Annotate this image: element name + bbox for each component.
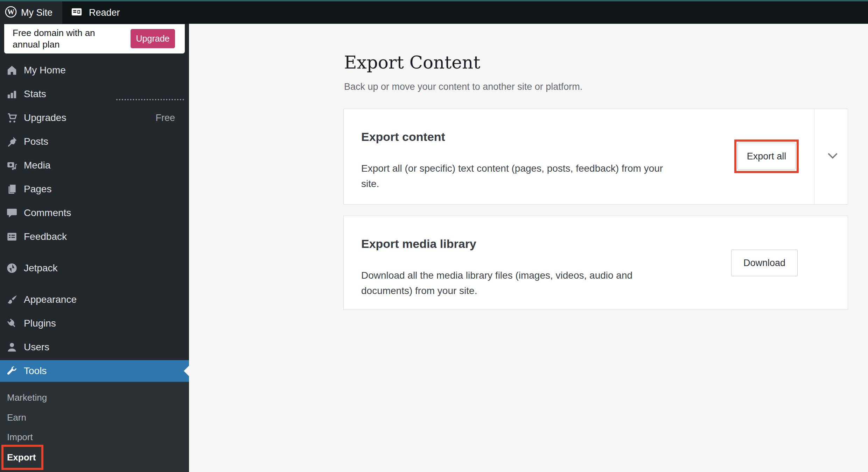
page-title: Export Content — [344, 52, 480, 73]
upgrade-button[interactable]: Upgrade — [131, 29, 175, 48]
feedback-icon — [6, 230, 18, 243]
submenu-item-marketing[interactable]: Marketing — [0, 388, 189, 407]
sidebar-item-appearance[interactable]: Appearance — [0, 288, 189, 312]
jetpack-icon — [6, 262, 18, 274]
home-icon — [6, 64, 18, 77]
comment-icon — [6, 207, 18, 219]
export-content-card-description: Export all (or specific) text content (p… — [361, 161, 666, 192]
export-media-card-description: Download all the media library files (im… — [361, 268, 666, 299]
export-content-card: Export content Export all (or specific) … — [343, 109, 848, 205]
submenu-item-earn[interactable]: Earn — [0, 408, 189, 427]
export-menu-annotation-box: Export — [1, 445, 43, 470]
my-site-tab[interactable]: W My Site — [0, 1, 62, 24]
sidebar-item-media[interactable]: Media — [0, 153, 189, 177]
wrench-icon — [6, 365, 18, 377]
upsell-banner-text: Free domain with an annual plan — [13, 27, 104, 50]
top-accent-strip — [0, 0, 868, 1]
sidebar-item-comments[interactable]: Comments — [0, 201, 189, 225]
submenu-item-import[interactable]: Import — [0, 427, 189, 447]
sidebar-item-jetpack[interactable]: Jetpack — [0, 256, 189, 280]
media-icon — [6, 159, 18, 172]
upgrades-plan-badge: Free — [155, 113, 175, 123]
export-all-button[interactable]: Export all — [737, 143, 796, 170]
card-divider — [814, 109, 814, 204]
content-area: Export Content Back up or move your cont… — [189, 24, 868, 472]
sidebar-item-tools[interactable]: Tools — [0, 360, 189, 382]
sidebar-item-pages[interactable]: Pages — [0, 177, 189, 201]
sidebar-item-plugins[interactable]: Plugins — [0, 312, 189, 335]
my-site-label: My Site — [21, 7, 52, 18]
sidebar-item-posts[interactable]: Posts — [0, 130, 189, 153]
sidebar: Free domain with an annual plan Upgrade … — [0, 24, 189, 472]
sidebar-item-feedback[interactable]: Feedback — [0, 225, 189, 249]
sidebar-item-users[interactable]: Users — [0, 335, 189, 359]
export-content-expander[interactable] — [817, 109, 848, 204]
pages-icon — [6, 183, 18, 195]
wordpress-logo-icon: W — [5, 6, 17, 19]
export-media-card-title: Export media library — [361, 237, 476, 251]
download-button[interactable]: Download — [731, 250, 798, 276]
submenu-item-export[interactable]: Export — [4, 452, 36, 463]
cart-icon — [6, 112, 18, 124]
upsell-banner: Free domain with an annual plan Upgrade — [4, 24, 185, 53]
admin-bar: W My Site Reader — [0, 0, 868, 24]
reader-tab[interactable]: Reader — [62, 1, 120, 24]
plug-icon — [6, 317, 18, 330]
reader-icon — [70, 6, 83, 19]
active-menu-arrow — [184, 366, 189, 376]
user-icon — [6, 341, 18, 353]
page-subtitle: Back up or move your content to another … — [344, 81, 582, 92]
stats-dotted-separator — [116, 99, 184, 100]
svg-text:W: W — [7, 8, 14, 16]
chevron-down-icon — [827, 152, 838, 161]
sidebar-item-upgrades[interactable]: Upgrades Free — [0, 106, 189, 130]
export-media-card: Export media library Download all the me… — [343, 216, 848, 310]
reader-label: Reader — [89, 7, 120, 18]
brush-icon — [6, 293, 18, 306]
sidebar-item-my-home[interactable]: My Home — [0, 58, 189, 82]
export-content-card-title: Export content — [361, 130, 445, 144]
stats-icon — [6, 88, 18, 100]
pushpin-icon — [6, 135, 18, 148]
sidebar-item-stats[interactable]: Stats — [0, 82, 189, 106]
export-all-annotation-box: Export all — [734, 140, 799, 173]
